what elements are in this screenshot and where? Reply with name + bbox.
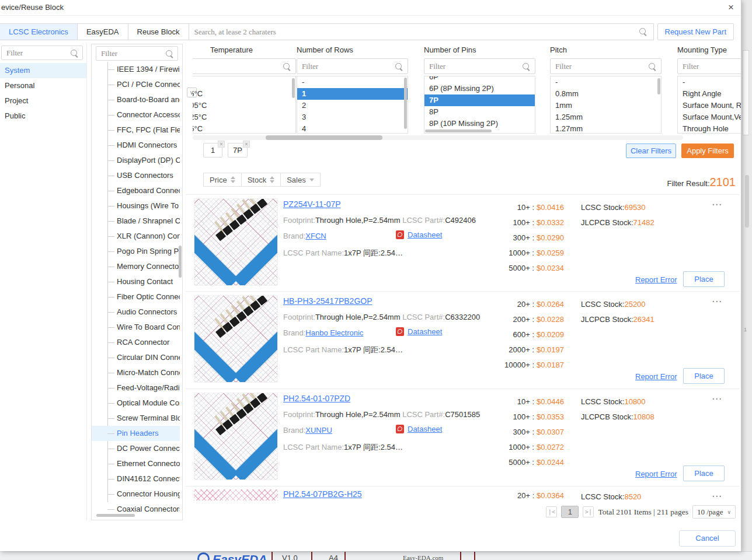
tab-lcsc-electronics[interactable]: LCSC Electronics xyxy=(0,23,78,40)
place-button[interactable]: Place xyxy=(683,466,725,481)
category-item[interactable]: Pin Headers xyxy=(92,426,180,441)
rows-filter-input[interactable] xyxy=(297,58,408,74)
filter-option[interactable] xyxy=(193,76,295,88)
brand-link[interactable]: Hanbo Electronic xyxy=(305,328,363,337)
part-name-link[interactable]: PZ254V-11-07P xyxy=(283,200,341,209)
filter-option[interactable]: 85°C xyxy=(193,123,295,134)
category-item[interactable]: Fiber Optic Connect xyxy=(92,289,180,304)
category-item[interactable]: Blade / Shrapnel Co xyxy=(92,214,180,229)
filter-option[interactable]: 6P xyxy=(424,76,535,83)
sort-stock-button[interactable]: Stock xyxy=(241,173,281,187)
filter-option[interactable]: 0.8mm xyxy=(551,88,661,100)
category-item[interactable]: Optical Module Con xyxy=(92,396,180,411)
filter-option[interactable]: 2 xyxy=(297,100,408,111)
datasheet-link[interactable]: Datasheet xyxy=(408,327,442,336)
more-menu-icon[interactable]: ⋯ xyxy=(712,295,722,307)
more-menu-icon[interactable]: ⋯ xyxy=(712,490,722,502)
place-button[interactable]: Place xyxy=(683,368,725,384)
sort-sales-button[interactable]: Sales xyxy=(280,173,321,187)
filter-option[interactable]: 1mm xyxy=(551,100,661,111)
category-item[interactable]: Edgeboard Connect xyxy=(92,183,180,198)
filter-option[interactable]: Right Angle xyxy=(678,88,741,100)
category-item[interactable]: Circular DIN Conne xyxy=(92,350,180,365)
filter-option[interactable]: 125°C xyxy=(193,111,295,123)
option-list-scrollbar[interactable] xyxy=(292,78,295,98)
sort-price-button[interactable]: Price xyxy=(203,173,242,187)
canvas-scrollbar[interactable] xyxy=(745,175,749,228)
datasheet-link[interactable]: Datasheet xyxy=(408,230,442,239)
filter-option[interactable]: 8P xyxy=(424,106,535,118)
first-page-button[interactable]: |< xyxy=(546,506,557,517)
category-item[interactable]: USB Connectors xyxy=(92,168,180,183)
category-item[interactable]: DC Power Connecto xyxy=(92,441,180,456)
filter-option[interactable]: - xyxy=(297,76,408,88)
datasheet-link[interactable]: Datasheet xyxy=(408,425,442,433)
filter-option[interactable]: - xyxy=(678,76,741,88)
category-item[interactable]: Board-to-Board and xyxy=(92,92,180,107)
part-photo[interactable] xyxy=(194,489,278,501)
category-item[interactable]: Connector Accessor xyxy=(92,107,180,123)
tab-easyeda[interactable]: EasyEDA xyxy=(77,23,128,40)
filter-option[interactable]: - xyxy=(551,76,661,88)
filter-option[interactable]: Surface Mount,Ver xyxy=(678,111,741,123)
part-photo[interactable] xyxy=(194,393,278,480)
temperature-filter-input[interactable] xyxy=(193,58,296,74)
category-item[interactable]: FFC, FPC (Flat Flex xyxy=(92,123,180,138)
part-photo[interactable] xyxy=(194,198,278,286)
category-item[interactable]: Coaxial Connectors xyxy=(92,502,180,512)
category-item[interactable]: Housings (Wire To B xyxy=(92,198,180,214)
clear-filters-button[interactable]: Clear Filters xyxy=(626,144,676,158)
category-item[interactable]: IEEE 1394 / Firewire xyxy=(92,62,180,77)
category-item[interactable]: Audio Connectors xyxy=(92,304,180,320)
category-item[interactable]: DIN41612 Connecto xyxy=(92,471,180,487)
filter-option[interactable]: 3 xyxy=(297,111,408,123)
filter-option[interactable]: 1.25mm xyxy=(551,111,661,123)
more-menu-icon[interactable]: ⋯ xyxy=(712,393,722,405)
sidebar-item[interactable]: Project xyxy=(0,93,86,108)
remove-chip-icon[interactable]: × xyxy=(218,141,225,148)
brand-link[interactable]: XFCN xyxy=(305,232,326,240)
part-name-link[interactable]: PH2.54-01-07PZD xyxy=(283,394,350,403)
last-page-button[interactable]: >| xyxy=(583,506,594,517)
apply-filters-button[interactable]: Apply Filters xyxy=(681,144,734,158)
filter-option[interactable]: 7P xyxy=(424,94,535,106)
category-item[interactable]: XLR (Cannon) Conn xyxy=(92,229,180,244)
sidebar-item[interactable]: Public xyxy=(0,108,86,124)
place-button[interactable]: Place xyxy=(683,271,725,287)
cancel-button[interactable]: Cancel xyxy=(679,530,736,547)
filter-option[interactable]: 8P (10P Missing 2P) xyxy=(424,118,535,130)
pitch-filter-input[interactable] xyxy=(550,58,662,74)
category-item[interactable]: Micro-Match Conne xyxy=(92,365,180,380)
filters-horizontal-scrollbar[interactable] xyxy=(266,135,382,140)
category-item[interactable]: Wire To Board Conn xyxy=(92,320,180,335)
category-item[interactable]: Screw Terminal Blo xyxy=(92,411,180,426)
report-error-link[interactable]: Report Error xyxy=(635,470,677,478)
category-item[interactable]: PCI / PCIe Connecto xyxy=(92,77,180,92)
filter-option[interactable]: 4 xyxy=(297,123,408,134)
filter-option[interactable]: Through Hole xyxy=(678,123,741,134)
brand-link[interactable]: XUNPU xyxy=(305,426,332,435)
page-size-select[interactable]: 10 /page ∨ xyxy=(692,505,736,519)
filter-option[interactable]: 1.27mm xyxy=(551,123,661,134)
report-error-link[interactable]: Report Error xyxy=(635,372,677,381)
tab-reuse-block[interactable]: Reuse Block xyxy=(128,23,189,40)
part-name-link[interactable]: HB-PH3-25417PB2GOP xyxy=(283,296,372,306)
sidebar-item[interactable]: System xyxy=(0,63,86,78)
part-photo[interactable] xyxy=(194,295,278,383)
option-list-scrollbar[interactable] xyxy=(657,78,660,94)
category-item[interactable]: Connector Housings xyxy=(92,487,180,502)
filter-option[interactable]: 6P (8P Missing 2P) xyxy=(424,83,535,94)
remove-chip-icon[interactable]: × xyxy=(243,141,250,148)
category-item[interactable]: Ethernet Connectors xyxy=(92,456,180,471)
request-new-part-button[interactable]: Request New Part xyxy=(657,23,734,40)
category-item[interactable]: Memory Connector ( xyxy=(92,259,180,274)
close-icon[interactable]: × xyxy=(725,2,737,13)
current-page[interactable]: 1 xyxy=(561,506,579,518)
more-menu-icon[interactable]: ⋯ xyxy=(712,198,722,211)
option-list-scrollbar[interactable] xyxy=(404,78,407,129)
category-vertical-scrollbar[interactable] xyxy=(179,246,182,278)
sidebar-item[interactable]: Personal xyxy=(0,78,86,93)
category-item[interactable]: RCA Connector xyxy=(92,335,180,350)
category-item[interactable]: Pogo Pin Spring Pro xyxy=(92,244,180,259)
filter-option[interactable]: 1 xyxy=(297,88,408,100)
